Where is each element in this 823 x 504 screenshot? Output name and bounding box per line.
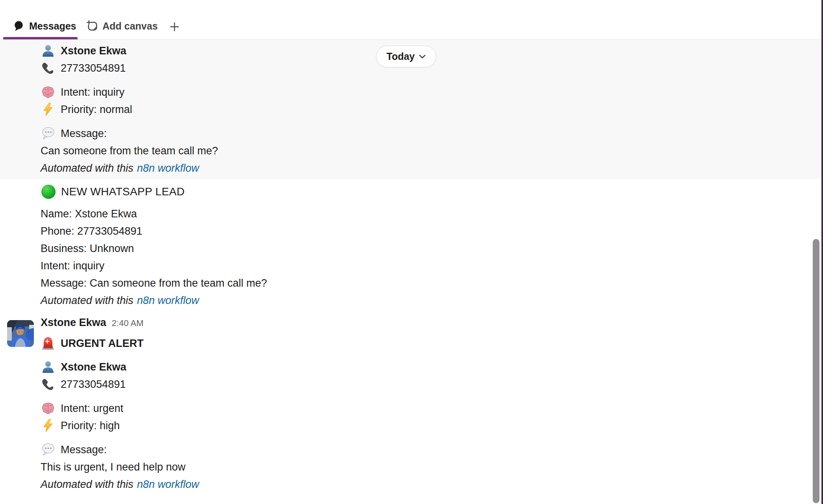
contact-phone: 27733054891 (61, 62, 126, 74)
footer-text: Automated with this (41, 478, 134, 491)
brain-icon (41, 85, 56, 99)
message-new-lead: NEW WHATSAPP LEAD Name: Xstone Ekwa Phon… (0, 179, 788, 309)
person-icon (41, 360, 56, 374)
lead-field-message: Message: Can someone from the team call … (41, 277, 267, 289)
speech-balloon-icon (41, 126, 56, 141)
n8n-workflow-link[interactable]: n8n workflow (137, 478, 199, 491)
intent-text: Intent: urgent (61, 402, 123, 415)
message-pane: Messages Add canvas Today Xstone Ekwa 27… (0, 0, 823, 504)
date-divider-label: Today (386, 51, 415, 62)
message-text: This is urgent, I need help now (41, 461, 186, 473)
plus-icon (169, 22, 180, 32)
n8n-workflow-link[interactable]: n8n workflow (137, 162, 199, 174)
bolt-icon (41, 419, 56, 433)
footer-text: Automated with this (41, 295, 134, 307)
brain-icon (41, 401, 56, 415)
green-circle-icon (41, 184, 56, 200)
speech-balloon-icon (41, 443, 56, 457)
sender-name[interactable]: Xstone Ekwa (41, 317, 106, 329)
new-tab-button[interactable] (169, 18, 180, 35)
contact-phone: 27733054891 (61, 378, 126, 391)
add-canvas-icon (86, 20, 98, 32)
lead-field-name: Name: Xstone Ekwa (41, 208, 137, 220)
phone-icon (41, 377, 56, 391)
tab-add-canvas[interactable]: Add canvas (86, 17, 158, 35)
alert-title: URGENT ALERT (61, 337, 144, 350)
lead-title: NEW WHATSAPP LEAD (61, 185, 185, 198)
priority-text: Priority: high (61, 420, 120, 432)
bolt-icon (41, 102, 56, 117)
person-icon (41, 44, 56, 58)
priority-text: Priority: normal (61, 104, 132, 116)
n8n-workflow-link[interactable]: n8n workflow (137, 295, 199, 307)
tab-messages-label: Messages (29, 20, 76, 32)
intent-text: Intent: inquiry (61, 86, 124, 98)
message-urgent: Xstone Ekwa 2:40 AM URGENT ALERT Xstone … (0, 315, 788, 493)
active-tab-underline (3, 37, 78, 39)
message-label: Message: (61, 128, 107, 140)
footer-text: Automated with this (41, 162, 134, 174)
lead-field-business: Business: Unknown (41, 243, 134, 255)
phone-icon (41, 61, 56, 75)
lead-field-phone: Phone: 27733054891 (41, 225, 142, 237)
scrollbar-thumb[interactable] (813, 239, 819, 503)
message-label: Message: (61, 444, 107, 456)
chevron-down-icon (419, 54, 426, 59)
window-edge-divider (821, 0, 823, 504)
contact-name: Xstone Ekwa (61, 45, 126, 57)
contact-name: Xstone Ekwa (61, 361, 126, 373)
tab-messages[interactable]: Messages (13, 17, 76, 35)
date-divider-button[interactable]: Today (376, 46, 436, 67)
timestamp[interactable]: 2:40 AM (112, 318, 144, 328)
tab-add-canvas-label: Add canvas (102, 20, 158, 32)
lead-field-intent: Intent: inquiry (41, 260, 104, 272)
rotating-light-icon (41, 336, 56, 351)
channel-tab-bar: Messages Add canvas (0, 0, 822, 40)
messages-bubble-icon (13, 20, 24, 32)
message-text: Can someone from the team call me? (41, 145, 218, 157)
